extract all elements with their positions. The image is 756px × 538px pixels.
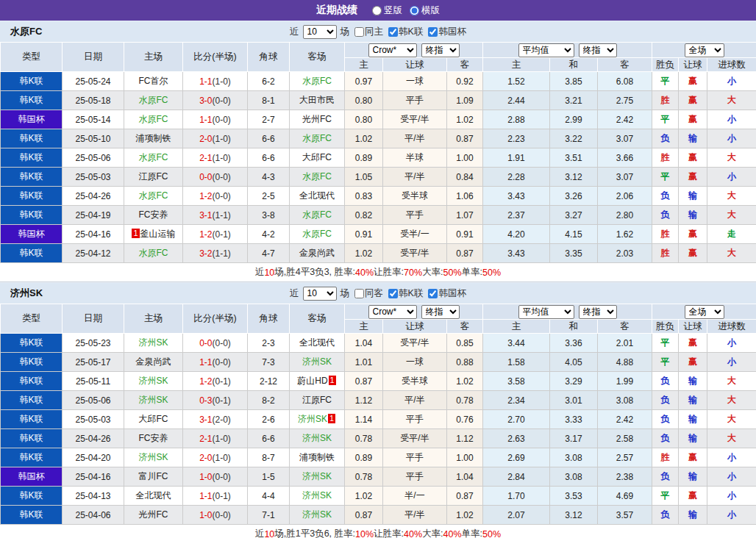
handicap-home-odds: 1.02 <box>345 244 383 263</box>
result-wdl: 负 <box>652 391 679 410</box>
avg-home-odds: 2.37 <box>483 206 550 225</box>
filter-controls: 近 10 场 同主 韩K联 韩国杯 <box>290 25 466 39</box>
result-wdl: 负 <box>652 467 679 487</box>
same-venue-checkbox[interactable] <box>354 27 364 37</box>
recent-count-select[interactable]: 10 <box>303 25 337 39</box>
home-team-cell: FC安养 <box>124 429 183 448</box>
away-team-cell: 济州SK <box>290 353 345 372</box>
league-checkbox[interactable] <box>388 289 398 298</box>
odds-stage-select[interactable]: 终指 <box>421 305 460 319</box>
sub-header-avg-draw: 和 <box>550 320 598 334</box>
summary-text: 让胜率: <box>374 266 404 279</box>
competition-cell: 韩K联 <box>1 91 63 110</box>
handicap-home-odds: 1.02 <box>345 487 383 506</box>
handicap-line: 受平/半 <box>383 429 447 448</box>
sub-header-avg-draw: 和 <box>550 58 598 72</box>
corner-cell: 3-8 <box>248 206 290 225</box>
sub-header-avg-home: 主 <box>483 58 550 72</box>
corner-cell: 8-7 <box>248 448 290 467</box>
league-label: 韩K联 <box>399 287 423 300</box>
fulltime-score: 1-1 <box>199 76 212 87</box>
team-label: 济州SK <box>302 509 332 520</box>
average-select[interactable]: 平均值 <box>518 305 574 319</box>
handicap-away-odds: 1.02 <box>447 372 483 391</box>
avg-draw-odds: 3.53 <box>550 487 598 506</box>
sub-header-avg-away: 客 <box>598 320 652 334</box>
fulltime-score: 1-0 <box>199 510 212 520</box>
competition-cell: 韩国杯 <box>1 467 63 487</box>
vertical-layout-radio[interactable] <box>372 6 382 15</box>
col-header-date: 日期 <box>63 304 124 334</box>
average-stage-select[interactable]: 终指 <box>579 43 617 57</box>
date-cell: 25-05-17 <box>63 353 124 372</box>
handicap-line: 半/一 <box>383 487 447 506</box>
handicap-line: 平手 <box>383 206 447 225</box>
summary-text: 单率: <box>462 528 482 538</box>
handicap-home-odds: 0.78 <box>345 429 383 448</box>
team-label: 水原FC <box>139 114 168 124</box>
cup-checkbox[interactable] <box>428 289 438 298</box>
corner-cell: 1-5 <box>248 467 290 487</box>
avg-away-odds: 3.57 <box>598 506 652 525</box>
league-checkbox[interactable] <box>388 27 398 37</box>
result-goals: 大 <box>707 391 756 410</box>
fulltime-score: 3-1 <box>199 210 212 220</box>
score-cell: 2-0(1-0) <box>183 129 248 148</box>
bookmaker-select[interactable]: Crow* <box>368 305 417 319</box>
avg-draw-odds: 3.26 <box>550 187 598 206</box>
recent-count-select[interactable]: 10 <box>303 287 337 301</box>
sub-header-handicap-away: 客 <box>447 58 483 72</box>
corner-cell: 2-7 <box>248 110 290 129</box>
corner-cell: 4-4 <box>248 487 290 506</box>
scope-select[interactable]: 全场 <box>685 43 724 57</box>
average-select[interactable]: 平均值 <box>518 43 574 57</box>
handicap-dropdowns-cell: Crow*终指 <box>345 304 483 320</box>
sub-header-result: 胜负 <box>652 320 679 334</box>
away-team-cell: 济州SK <box>290 506 345 525</box>
team-label: 光州FC <box>139 509 168 520</box>
average-stage-select[interactable]: 终指 <box>579 305 617 319</box>
avg-home-odds: 2.07 <box>483 506 550 525</box>
result-wdl: 负 <box>652 372 679 391</box>
bookmaker-select[interactable]: Crow* <box>368 43 417 57</box>
horizontal-layout-radio[interactable] <box>410 6 419 15</box>
date-cell: 25-04-26 <box>63 187 124 206</box>
home-team-cell: 水原FC <box>124 148 183 168</box>
handicap-home-odds: 0.97 <box>345 72 383 91</box>
same-venue-checkbox[interactable] <box>354 289 364 298</box>
handicap-line: 受平/半 <box>383 334 447 353</box>
cup-checkbox[interactable] <box>428 27 438 37</box>
result-handicap: 输 <box>679 129 707 148</box>
odds-stage-select[interactable]: 终指 <box>421 43 460 57</box>
team-label: 水原FC <box>302 171 332 182</box>
team-label: 蔚山HD <box>297 376 327 386</box>
scope-select[interactable]: 全场 <box>685 305 724 319</box>
halftime-score: (0-1) <box>213 395 231 406</box>
team-label: 浦项制铁 <box>299 452 335 462</box>
avg-away-odds: 2.75 <box>598 91 652 110</box>
scope-dropdown-cell: 全场 <box>652 43 756 58</box>
col-header-corner: 角球 <box>248 43 290 72</box>
avg-away-odds: 1.99 <box>598 372 652 391</box>
avg-away-odds: 2.42 <box>598 410 652 429</box>
sub-header-handicap-home: 主 <box>345 320 383 334</box>
competition-cell: 韩K联 <box>1 506 63 525</box>
team-label: 全北现代 <box>299 337 335 348</box>
avg-draw-odds: 3.21 <box>550 91 598 110</box>
avg-home-odds: 3.58 <box>483 372 550 391</box>
avg-home-odds: 1.52 <box>483 72 550 91</box>
summary-stat-value: 10 <box>264 268 274 278</box>
score-cell: 1-1(0-1) <box>183 487 248 506</box>
home-team-cell: 水原FC <box>124 110 183 129</box>
handicap-away-odds: 1.00 <box>447 448 483 467</box>
fulltime-score: 1-0 <box>199 472 212 482</box>
avg-draw-odds: 3.12 <box>550 506 598 525</box>
match-row: 韩国杯 25-05-14 水原FC 1-1(0-0) 2-7 光州FC 0.80… <box>1 110 756 129</box>
competition-cell: 韩K联 <box>1 168 63 187</box>
sub-header-avg-home: 主 <box>483 320 550 334</box>
result-handicap: 赢 <box>679 448 707 467</box>
summary-stat-value: 10 <box>264 529 274 538</box>
home-team-cell: FC首尔 <box>124 72 183 91</box>
result-wdl: 平 <box>652 353 679 372</box>
date-cell: 25-05-06 <box>63 391 124 410</box>
